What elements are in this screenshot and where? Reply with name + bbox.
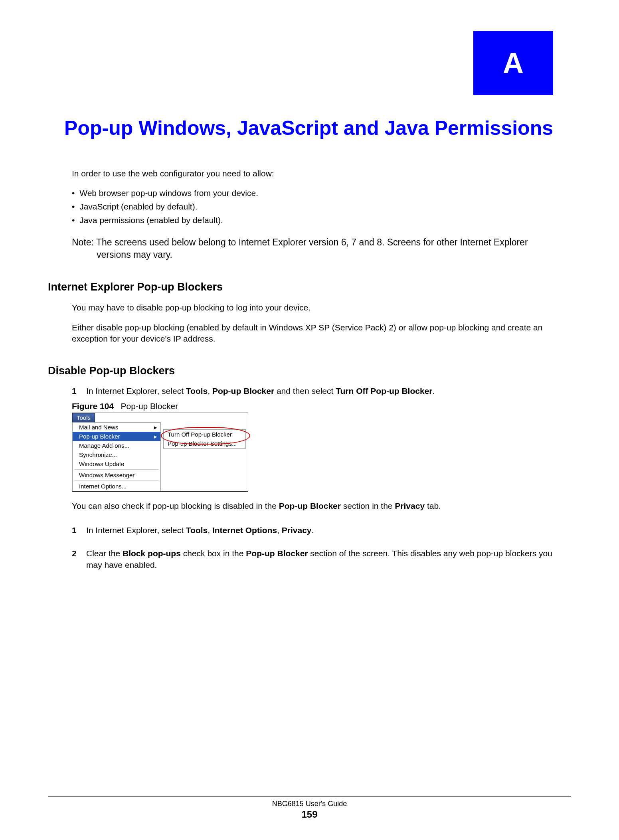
text: section in the xyxy=(341,501,395,510)
bold: Pop-up Blocker xyxy=(246,549,308,558)
menu-item-synchronize: Synchronize... xyxy=(73,450,160,459)
text: , xyxy=(277,526,282,535)
bold: Tools xyxy=(186,526,208,535)
menu-wrap: Mail and News ▸ Pop-up Blocker ▸ Manage … xyxy=(72,422,248,491)
body-paragraph: Either disable pop-up blocking (enabled … xyxy=(72,322,553,345)
step-text: In Internet Explorer, select Tools, Inte… xyxy=(86,524,553,536)
text: , xyxy=(208,386,212,395)
bold: Block pop-ups xyxy=(123,549,181,558)
step-number: 1 xyxy=(72,385,86,397)
step-a: 1 In Internet Explorer, select Tools, In… xyxy=(72,524,553,536)
figure-title: Pop-up Blocker xyxy=(121,401,178,411)
menu-item-internet-options: Internet Options... xyxy=(73,482,160,491)
after-figure-paragraph: You can also check if pop-up blocking is… xyxy=(72,500,553,512)
page-footer: NBG6815 User's Guide 159 xyxy=(48,796,571,820)
figure-screenshot: Tools Mail and News ▸ Pop-up Blocker ▸ M… xyxy=(72,413,248,492)
intro-paragraph: In order to use the web configurator you… xyxy=(72,169,553,178)
text: In Internet Explorer, select xyxy=(86,526,186,535)
footer-rule xyxy=(48,796,571,797)
section-heading-disable-popup: Disable Pop-up Blockers xyxy=(48,365,553,377)
menu-item-popup-blocker: Pop-up Blocker ▸ xyxy=(73,432,160,441)
tools-dropdown-menu: Mail and News ▸ Pop-up Blocker ▸ Manage … xyxy=(72,422,161,491)
chevron-right-icon: ▸ xyxy=(154,433,157,440)
text: and then select xyxy=(274,386,336,395)
body-paragraph: You may have to disable pop-up blocking … xyxy=(72,302,553,313)
step-b: 2 Clear the Block pop-ups check box in t… xyxy=(72,547,553,571)
step-text: In Internet Explorer, select Tools, Pop-… xyxy=(86,385,553,397)
bold: Tools xyxy=(186,386,208,395)
menu-label: Pop-up Blocker xyxy=(79,433,120,440)
submenu-item-settings: Pop-up Blocker Settings... xyxy=(164,439,245,448)
step-text: Clear the Block pop-ups check box in the… xyxy=(86,547,553,571)
bullet-item: JavaScript (enabled by default). xyxy=(72,202,553,211)
menu-divider xyxy=(74,469,159,470)
text: You can also check if pop-up blocking is… xyxy=(72,501,279,510)
chevron-right-icon: ▸ xyxy=(154,424,157,431)
bold: Internet Options xyxy=(212,526,277,535)
text: . xyxy=(312,526,314,535)
text: , xyxy=(208,526,212,535)
menu-item-windows-messenger: Windows Messenger xyxy=(73,470,160,480)
menu-item-manage-addons: Manage Add-ons... xyxy=(73,441,160,450)
bold: Privacy xyxy=(282,526,312,535)
intro-bullets: Web browser pop-up windows from your dev… xyxy=(72,188,553,225)
submenu-item-turn-off: Turn Off Pop-up Blocker xyxy=(164,430,245,439)
bold: Pop-up Blocker xyxy=(279,501,341,510)
appendix-badge: A xyxy=(473,31,553,95)
text: tab. xyxy=(425,501,441,510)
menu-item-mail-news: Mail and News ▸ xyxy=(73,423,160,432)
menu-item-windows-update: Windows Update xyxy=(73,459,160,468)
footer-guide-name: NBG6815 User's Guide xyxy=(48,800,571,808)
text: . xyxy=(433,386,435,395)
tools-menu-button: Tools xyxy=(72,413,95,423)
bullet-item: Web browser pop-up windows from your dev… xyxy=(72,188,553,198)
menu-divider xyxy=(74,480,159,481)
step-1: 1 In Internet Explorer, select Tools, Po… xyxy=(72,385,553,397)
bold: Pop-up Blocker xyxy=(212,386,274,395)
text: check box in the xyxy=(181,549,246,558)
popup-blocker-submenu: Turn Off Pop-up Blocker Pop-up Blocker S… xyxy=(163,429,246,449)
bold: Turn Off Pop-up Blocker xyxy=(336,386,432,395)
appendix-letter: A xyxy=(503,47,524,79)
note-text: Note: The screens used below belong to I… xyxy=(72,236,553,261)
menu-label: Mail and News xyxy=(79,424,118,431)
figure-caption: Figure 104 Pop-up Blocker xyxy=(72,401,553,411)
bold: Privacy xyxy=(395,501,425,510)
step-number: 1 xyxy=(72,524,86,536)
text: In Internet Explorer, select xyxy=(86,386,186,395)
step-number: 2 xyxy=(72,547,86,571)
text: Clear the xyxy=(86,549,123,558)
section-heading-ie-popup: Internet Explorer Pop-up Blockers xyxy=(48,281,553,293)
chapter-title: Pop-up Windows, JavaScript and Java Perm… xyxy=(48,116,553,141)
bullet-item: Java permissions (enabled by default). xyxy=(72,215,553,225)
figure-number: Figure 104 xyxy=(72,401,114,411)
footer-page-number: 159 xyxy=(48,809,571,820)
